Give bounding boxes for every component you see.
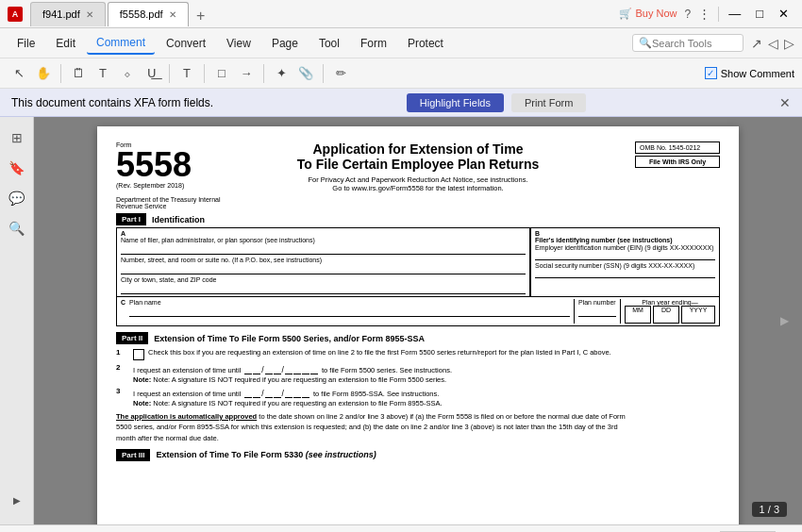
print-form-button[interactable]: Print Form	[511, 93, 586, 112]
date3-7[interactable]	[302, 387, 309, 398]
help-icon[interactable]: ?	[684, 8, 691, 21]
date2-1[interactable]	[244, 363, 252, 374]
part-i-content: A Name of filer, plan administrator, or …	[116, 227, 720, 297]
part-iii-header: Part III Extension of Time To File Form …	[116, 449, 720, 461]
toolbar-callout[interactable]: ⬦	[116, 62, 139, 85]
tab-f941-close[interactable]: ✕	[86, 9, 93, 20]
search-input[interactable]	[652, 38, 737, 49]
date3-2[interactable]	[253, 387, 260, 398]
dd-label: DD	[661, 307, 671, 313]
sidebar-bookmark-icon[interactable]: 🔖	[4, 155, 30, 181]
menu-page[interactable]: Page	[262, 33, 308, 54]
date2-4[interactable]	[274, 363, 281, 374]
toolbar-text-box[interactable]: T	[175, 62, 198, 85]
form-number: 5558	[116, 148, 201, 182]
date2-3[interactable]	[265, 363, 273, 374]
toolbar-stamp[interactable]: ✦	[270, 62, 292, 85]
date3-1[interactable]	[244, 387, 252, 398]
name-street-label: Number, street, and room or suite no. (I…	[121, 257, 526, 263]
item-2-number: 2	[116, 363, 127, 384]
toolbar-text-comment[interactable]: T	[92, 62, 114, 85]
menu-form[interactable]: Form	[351, 33, 396, 54]
plan-year-block: Plan number Plan year ending— MM DD	[574, 299, 715, 324]
title-bar: A f941.pdf ✕ f5558.pdf ✕ + 🛒 Buy Now ? ⋮…	[0, 0, 802, 28]
sidebar-search-icon[interactable]: 🔍	[4, 215, 30, 241]
plan-number-label: Plan number	[578, 299, 616, 306]
identification-label: Identification	[152, 215, 205, 224]
show-comment-checkbox[interactable]: ✓	[705, 67, 717, 79]
date3-5[interactable]	[285, 387, 292, 398]
toolbar-shapes[interactable]: □	[210, 62, 233, 85]
checkbox-1[interactable]	[133, 349, 144, 360]
menu-comment[interactable]: Comment	[87, 32, 155, 55]
name-street-input[interactable]	[121, 263, 526, 274]
ssn-input[interactable]	[535, 269, 715, 278]
separator-5	[323, 64, 324, 83]
menu-file[interactable]: File	[8, 33, 44, 54]
toolbar-select-tool[interactable]: ↖	[8, 62, 30, 85]
nav-back-icon[interactable]: ◁	[768, 36, 778, 51]
date2-2[interactable]	[253, 363, 260, 374]
toolbar-underline[interactable]: U͟	[141, 62, 163, 85]
menu-protect[interactable]: Protect	[398, 33, 453, 54]
date2-5[interactable]	[285, 363, 292, 374]
dd-input[interactable]	[654, 313, 678, 323]
xfa-close-button[interactable]: ✕	[779, 95, 791, 110]
city-input[interactable]	[121, 283, 526, 294]
minimize-button[interactable]: —	[723, 7, 746, 21]
toolbar-hand-tool[interactable]: ✋	[32, 62, 55, 85]
form-number-block: Form 5558 (Rev. September 2018)	[116, 141, 201, 189]
item-2-content: I request an extension of time until / /	[133, 363, 720, 384]
title-bar-right: 🛒 Buy Now ? ⋮ — □ ✕	[619, 7, 794, 22]
mm-input[interactable]	[626, 313, 650, 323]
content-area: Form 5558 (Rev. September 2018) Applicat…	[34, 117, 802, 524]
sidebar-thumbnail-icon[interactable]: ⊞	[4, 125, 30, 151]
new-tab-button[interactable]: +	[191, 6, 211, 26]
menu-convert[interactable]: Convert	[157, 33, 215, 54]
bottom-bar: 21.59 × 27.94 cm |◀ ◀ / 3 ▶ ▶| − + 100% …	[0, 524, 802, 532]
plan-number-input[interactable]	[578, 306, 616, 317]
tab-f5558-close[interactable]: ✕	[169, 9, 176, 20]
part-i-label: Part I	[116, 213, 146, 225]
close-button[interactable]: ✕	[773, 7, 794, 21]
date2-6[interactable]	[293, 363, 301, 374]
toolbar-sticky-note[interactable]: 🗒	[67, 62, 90, 85]
date3-4[interactable]	[274, 387, 281, 398]
right-arrow-button[interactable]: ▶	[780, 314, 789, 327]
nav-forward-icon[interactable]: ▷	[784, 36, 794, 51]
separator-1	[60, 64, 61, 83]
menu-tool[interactable]: Tool	[309, 33, 349, 54]
plan-name-input[interactable]	[129, 306, 570, 317]
more-icon[interactable]: ⋮	[698, 7, 710, 21]
mm-label: MM	[632, 307, 643, 313]
mm-block: MM	[625, 306, 651, 324]
label-b: B	[535, 230, 715, 237]
menu-search-area: 🔍	[632, 34, 744, 52]
ein-input[interactable]	[535, 251, 715, 260]
external-link-icon[interactable]: ↗	[751, 36, 762, 51]
highlight-fields-button[interactable]: Highlight Fields	[407, 93, 504, 112]
date2-8[interactable]	[310, 363, 318, 374]
date2-7[interactable]	[302, 363, 309, 374]
tab-f5558[interactable]: f5558.pdf ✕	[108, 2, 189, 26]
date-boxes-3: / /	[244, 387, 309, 398]
toolbar-eraser[interactable]: ✏	[329, 62, 352, 85]
field-a1-input[interactable]	[121, 243, 526, 255]
field-a1-label: Name of filer, plan administrator, or pl…	[121, 237, 526, 243]
date3-6[interactable]	[293, 387, 301, 398]
part-ii-title: Extension of Time To File Form 5500 Seri…	[154, 334, 425, 343]
c-col1: Plan name	[129, 299, 570, 324]
show-comment-label: Show Comment	[721, 68, 794, 79]
buy-now-button[interactable]: 🛒 Buy Now	[619, 8, 677, 20]
sidebar-comment-icon[interactable]: 💬	[4, 185, 30, 211]
menu-view[interactable]: View	[217, 33, 260, 54]
date3-3[interactable]	[265, 387, 273, 398]
maximize-button[interactable]: □	[750, 7, 769, 21]
tab-f941[interactable]: f941.pdf ✕	[30, 2, 106, 26]
sidebar-expand-icon[interactable]: ▶	[4, 487, 30, 513]
toolbar-attach[interactable]: 📎	[294, 62, 317, 85]
toolbar-arrow[interactable]: →	[235, 62, 258, 85]
plan-number-block: Plan number	[578, 299, 621, 324]
yyyy-input[interactable]	[682, 313, 714, 323]
menu-edit[interactable]: Edit	[46, 33, 85, 54]
